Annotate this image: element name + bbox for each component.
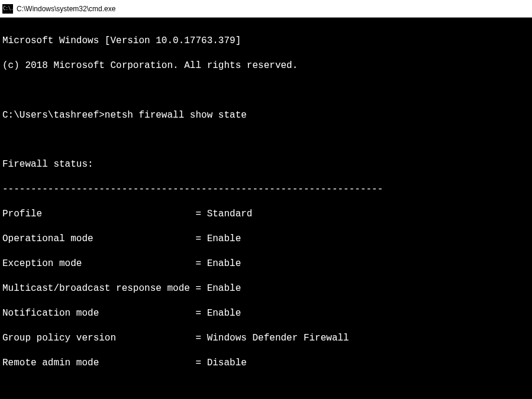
firewall-status-header: Firewall status: bbox=[2, 158, 530, 171]
status-row-profile: Profile = Standard bbox=[2, 208, 530, 220]
status-row-operational: Operational mode = Enable bbox=[2, 233, 530, 245]
blank-line bbox=[2, 85, 530, 97]
status-row-policy: Group policy version = Windows Defender … bbox=[2, 332, 530, 345]
cmd-icon: C:\. bbox=[2, 4, 13, 14]
prompt-command: netsh firewall show state bbox=[105, 110, 247, 121]
status-row-notification: Notification mode = Enable bbox=[2, 307, 530, 320]
status-row-multicast: Multicast/broadcast response mode = Enab… bbox=[2, 283, 530, 295]
separator: ----------------------------------------… bbox=[2, 183, 530, 196]
cmd-icon-text: C:\. bbox=[3, 6, 13, 11]
prompt-line: C:\Users\tashreef>netsh firewall show st… bbox=[2, 109, 530, 122]
terminal-content[interactable]: Microsoft Windows [Version 10.0.17763.37… bbox=[0, 18, 532, 399]
status-row-remote-admin: Remote admin mode = Disable bbox=[2, 357, 530, 369]
blank-line bbox=[2, 382, 530, 394]
prompt-path: C:\Users\tashreef> bbox=[2, 110, 105, 121]
window-title: C:\Windows\system32\cmd.exe bbox=[17, 5, 115, 13]
header-copyright: (c) 2018 Microsoft Corporation. All righ… bbox=[2, 60, 530, 72]
blank-line bbox=[2, 134, 530, 147]
window-titlebar[interactable]: C:\. C:\Windows\system32\cmd.exe bbox=[0, 0, 532, 18]
status-row-exception: Exception mode = Enable bbox=[2, 258, 530, 270]
header-version: Microsoft Windows [Version 10.0.17763.37… bbox=[2, 35, 530, 47]
